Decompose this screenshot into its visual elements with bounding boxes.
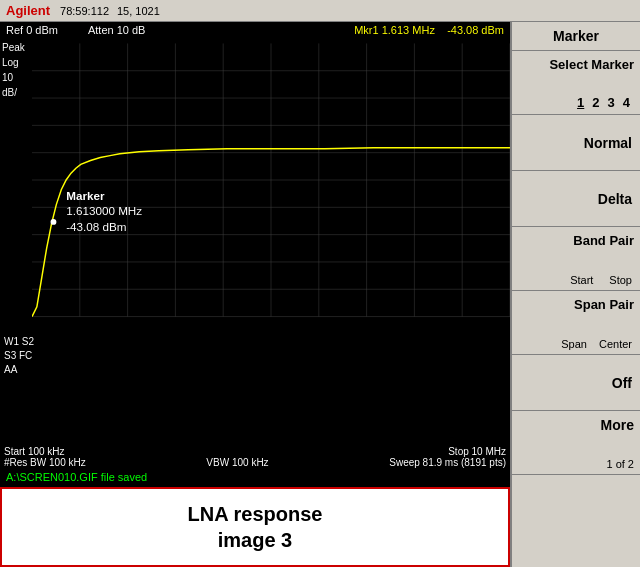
log-label: Log: [2, 55, 25, 70]
select-marker-label: Select Marker: [549, 57, 634, 72]
status-text: A:\SCREN010.GIF file saved: [6, 471, 147, 483]
normal-label: Normal: [584, 135, 640, 151]
svg-text:-43.08 dBm: -43.08 dBm: [66, 220, 126, 233]
delta-button[interactable]: Delta: [512, 171, 640, 227]
more-sub: 1 of 2: [606, 458, 634, 470]
db-div-label: 10: [2, 70, 25, 85]
stop-label: Stop 10 MHz: [448, 446, 506, 457]
span-pair-button[interactable]: Span Pair Span Center: [512, 291, 640, 355]
marker-num-1[interactable]: 1: [577, 95, 584, 110]
top-bar: Agilent 78:59:112 15, 1021: [0, 0, 640, 22]
screen-footer: Start 100 kHz Stop 10 MHz #Res BW 100 kH…: [0, 445, 510, 469]
off-label: Off: [612, 375, 640, 391]
marker-num-4[interactable]: 4: [623, 95, 630, 110]
bottom-label-box: LNA response image 3: [0, 487, 510, 567]
screen-header-left: Ref 0 dBm Atten 10 dB: [6, 24, 145, 36]
right-panel: Marker Select Marker 1 2 3 4 Normal Delt…: [510, 22, 640, 567]
span-pair-label: Span Pair: [574, 297, 634, 312]
off-button[interactable]: Off: [512, 355, 640, 411]
marker-info: Mkr1 1.613 MHz: [354, 24, 435, 36]
chart-wrapper: Peak Log 10 dB/: [0, 38, 510, 445]
span-pair-sub: Span Center: [561, 338, 634, 350]
normal-button[interactable]: Normal: [512, 115, 640, 171]
delta-label: Delta: [598, 191, 640, 207]
svg-text:Marker: Marker: [66, 189, 105, 202]
sweep: Sweep 81.9 ms (8191 pts): [389, 457, 506, 468]
more-button[interactable]: More 1 of 2: [512, 411, 640, 475]
ref-display: Ref 0 dBm: [6, 24, 58, 36]
marker-header: Mkr1 1.613 MHz -43.08 dBm: [354, 24, 504, 36]
marker-num-3[interactable]: 3: [608, 95, 615, 110]
y-axis-labels: Peak Log 10 dB/: [2, 40, 25, 100]
span-pair-center: Center: [599, 338, 632, 350]
select-marker-button[interactable]: Select Marker 1 2 3 4: [512, 51, 640, 115]
marker-numbers: 1 2 3 4: [577, 95, 634, 110]
band-pair-stop: Stop: [609, 274, 632, 286]
peak-label: Peak: [2, 40, 25, 55]
w1s2-label: W1 S2 S3 FC AA: [4, 335, 34, 377]
band-pair-sub: Start Stop: [570, 274, 634, 286]
chart-svg: Marker 1.613000 MHz -43.08 dBm: [32, 40, 510, 320]
marker-dbm: -43.08 dBm: [447, 24, 504, 36]
marker-num-2[interactable]: 2: [592, 95, 599, 110]
coords-display: 15, 1021: [117, 5, 160, 17]
atten-display: Atten 10 dB: [88, 24, 146, 36]
band-pair-button[interactable]: Band Pair Start Stop: [512, 227, 640, 291]
panel-title: Marker: [512, 22, 640, 51]
bottom-label-text: LNA response image 3: [188, 501, 323, 553]
start-label: Start 100 kHz: [4, 446, 65, 457]
more-label: More: [601, 417, 634, 433]
screen-header: Ref 0 dBm Atten 10 dB Mkr1 1.613 MHz -43…: [0, 22, 510, 38]
band-pair-label: Band Pair: [573, 233, 634, 248]
svg-text:1.613000 MHz: 1.613000 MHz: [66, 204, 142, 217]
db-unit-label: dB/: [2, 85, 25, 100]
res-bw: #Res BW 100 kHz: [4, 457, 86, 468]
svg-point-21: [51, 219, 57, 225]
time-display: 78:59:112: [60, 5, 109, 17]
span-pair-span: Span: [561, 338, 587, 350]
status-bar: A:\SCREN010.GIF file saved: [0, 469, 510, 487]
logo: Agilent: [6, 3, 50, 18]
vbw: VBW 100 kHz: [206, 457, 268, 468]
band-pair-start: Start: [570, 274, 593, 286]
screen-area: Ref 0 dBm Atten 10 dB Mkr1 1.613 MHz -43…: [0, 22, 510, 567]
